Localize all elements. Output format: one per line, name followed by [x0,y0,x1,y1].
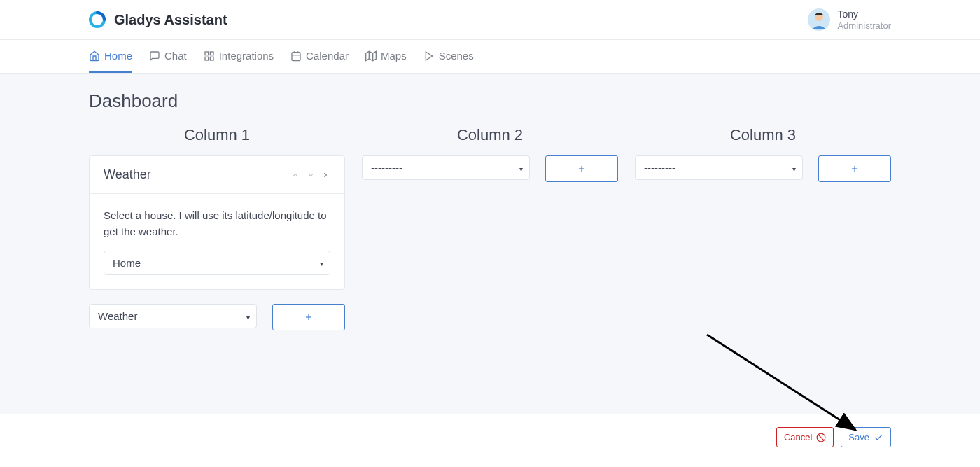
save-button[interactable]: Save [841,427,891,447]
home-icon [89,50,100,62]
dashboard-columns: Column 1 Weather [89,126,891,330]
close-icon [322,171,330,179]
add-widget-button[interactable] [545,155,618,182]
header: Gladys Assistant Tony Administrator [0,0,980,40]
nav-label: Chat [164,50,187,62]
widget-type-select[interactable]: --------- [635,155,803,180]
chevron-down-icon [307,171,315,179]
nav-label: Scenes [439,50,474,62]
nav-label: Calendar [306,50,349,62]
cancel-icon [816,433,826,442]
card-description: Select a house. I will use its latitude/… [104,208,330,239]
svg-rect-7 [292,53,300,61]
svg-rect-6 [205,57,209,60]
svg-rect-3 [205,52,209,55]
card-header: Weather [90,156,344,194]
cancel-button[interactable]: Cancel [776,427,834,447]
nav-calendar[interactable]: Calendar [290,40,349,73]
save-label: Save [848,432,869,442]
nav: Home Chat Integrations Calendar Maps Sce… [0,40,980,74]
add-widget-button[interactable] [818,155,891,182]
calendar-icon [290,50,302,62]
map-icon [365,50,377,62]
card-body: Select a house. I will use its latitude/… [90,194,344,289]
widget-type-select[interactable]: --------- [362,155,530,180]
nav-label: Integrations [219,50,274,62]
svg-rect-5 [210,57,214,60]
nav-label: Home [104,50,132,62]
svg-line-24 [818,435,824,440]
house-select[interactable]: Home [104,251,330,275]
widget-picker-row: Weather ▾ [89,304,345,330]
nav-chat[interactable]: Chat [149,40,187,73]
nav-label: Maps [381,50,407,62]
column-title: Column 3 [635,126,891,144]
nav-home[interactable]: Home [89,40,132,73]
svg-marker-14 [426,52,432,60]
plus-icon [577,164,587,174]
widget-type-select[interactable]: Weather [89,304,257,328]
user-menu[interactable]: Tony Administrator [808,8,891,31]
user-name: Tony [837,8,891,20]
remove-card-button[interactable] [322,171,330,179]
plus-icon [850,164,860,174]
plus-icon [304,312,314,322]
column-3: Column 3 --------- ▾ [635,126,891,330]
widget-picker-row: --------- ▾ [635,155,891,182]
brand-title: Gladys Assistant [114,12,227,28]
widget-picker-row: --------- ▾ [362,155,618,182]
column-1: Column 1 Weather [89,126,345,330]
nav-integrations[interactable]: Integrations [204,40,274,73]
svg-rect-4 [210,52,214,55]
weather-card: Weather Select a house. I w [89,155,345,290]
content: Dashboard Column 1 Weather [0,74,980,414]
brand[interactable]: Gladys Assistant [89,11,227,28]
chat-icon [149,50,160,62]
grid-icon [204,50,215,62]
nav-maps[interactable]: Maps [365,40,407,73]
card-title: Weather [104,167,151,182]
check-icon [874,433,883,442]
add-widget-button[interactable] [272,304,345,330]
user-info: Tony Administrator [837,8,891,31]
svg-marker-11 [366,51,377,60]
column-2: Column 2 --------- ▾ [362,126,618,330]
avatar [808,8,830,31]
cancel-label: Cancel [784,432,812,442]
play-icon [424,50,435,62]
page-title: Dashboard [89,90,891,112]
user-role: Administrator [837,20,891,32]
footer: Cancel Save [0,414,980,460]
column-title: Column 2 [362,126,618,144]
move-up-button[interactable] [291,171,300,179]
nav-scenes[interactable]: Scenes [424,40,474,73]
logo-icon [89,11,106,28]
card-actions [291,171,330,179]
chevron-up-icon [291,171,300,179]
move-down-button[interactable] [307,171,315,179]
column-title: Column 1 [89,126,345,144]
